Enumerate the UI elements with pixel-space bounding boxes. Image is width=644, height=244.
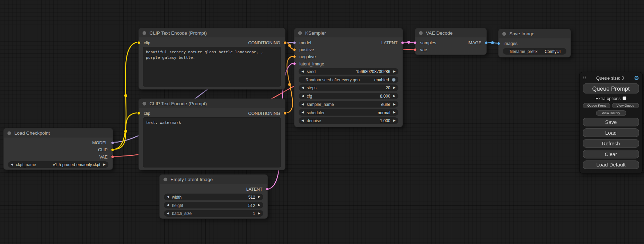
widget-height[interactable]: ◀ height 512 ▶ [164,202,263,208]
widget-name: ckpt_name [16,162,36,167]
collapse-dot[interactable] [502,32,506,36]
extra-options-checkbox[interactable] [623,97,627,100]
input-port-negative[interactable] [293,55,296,58]
node-header[interactable]: CLIP Text Encode (Prompt) [139,99,285,108]
settings-gear-icon[interactable]: ⚙ [634,75,639,81]
refresh-button[interactable]: Refresh [583,139,639,148]
widget-name: steps [307,85,316,90]
node-header[interactable]: KSampler [294,28,403,37]
widget-seed[interactable]: ◀ seed 156680208700286 ▶ [299,68,398,75]
prompt-textarea[interactable]: beautiful scenery nature glass bottle la… [143,47,281,87]
output-port-latent[interactable] [266,187,269,190]
widget-random-seed-toggle[interactable]: Random seed after every gen enabled [299,76,398,83]
collapse-dot[interactable] [164,178,167,181]
decrement-arrow-icon[interactable]: ◀ [167,196,169,199]
collapse-dot[interactable] [419,31,423,35]
node-graph-canvas[interactable]: Load Checkpoint MODEL CLIP VAE ◀ ckpt_na… [0,0,644,244]
increment-arrow-icon[interactable]: ▶ [103,163,106,166]
save-button[interactable]: Save [583,118,639,126]
output-port-conditioning[interactable] [283,111,286,115]
view-queue-button[interactable]: View Queue [612,103,639,108]
collapse-dot[interactable] [142,31,146,35]
node-load-checkpoint[interactable]: Load Checkpoint MODEL CLIP VAE ◀ ckpt_na… [3,128,113,170]
prompt-textarea[interactable]: text, watermark [143,117,281,168]
clear-button[interactable]: Clear [583,150,639,159]
output-port-image[interactable] [485,41,488,44]
node-clip-text-encode-positive[interactable]: CLIP Text Encode (Prompt) clip CONDITION… [139,28,285,90]
input-label-negative: negative [299,54,316,59]
node-header[interactable]: Save Image [499,29,570,38]
decrement-arrow-icon[interactable]: ◀ [301,119,304,122]
increment-arrow-icon[interactable]: ▶ [393,111,396,114]
widget-cfg[interactable]: ◀ cfg 8.000 ▶ [299,93,398,99]
decrement-arrow-icon[interactable]: ◀ [301,70,304,73]
node-clip-text-encode-negative[interactable]: CLIP Text Encode (Prompt) clip CONDITION… [139,99,285,170]
decrement-arrow-icon[interactable]: ◀ [11,163,13,166]
node-save-image[interactable]: Save Image images filename_prefix ComfyU… [498,29,571,57]
input-row-positive: positive [294,46,403,53]
wire-midpoint-clip-negative [124,130,127,133]
output-port-latent[interactable] [401,41,404,44]
output-port-model[interactable] [111,141,114,144]
node-vae-decode[interactable]: VAE Decode samples IMAGE vae [415,28,486,55]
widget-scheduler[interactable]: ◀ scheduler normal ▶ [299,109,398,116]
decrement-arrow-icon[interactable]: ◀ [301,111,304,114]
wire-midpoint-image [491,41,494,44]
output-label-latent: LATENT [246,187,263,191]
node-ksampler[interactable]: KSampler model LATENT positive negative … [294,28,403,127]
input-port-samples[interactable] [414,41,417,44]
comfyui-viewport: Load Checkpoint MODEL CLIP VAE ◀ ckpt_na… [0,0,644,244]
input-port-images[interactable] [497,42,500,45]
increment-arrow-icon[interactable]: ▶ [393,86,396,89]
widget-filename-prefix[interactable]: filename_prefix ComfyUI [503,48,566,55]
drag-handle-icon[interactable]: ⠿ [583,75,586,81]
widget-sampler-name[interactable]: ◀ sampler_name euler ▶ [299,101,398,108]
input-port-model[interactable] [293,41,296,44]
decrement-arrow-icon[interactable]: ◀ [167,212,169,215]
input-port-clip[interactable] [137,41,140,44]
collapse-dot[interactable] [7,131,11,135]
widget-batch-size[interactable]: ◀ batch_size 1 ▶ [164,210,263,217]
node-header[interactable]: VAE Decode [415,28,486,37]
output-port-clip[interactable] [111,148,114,151]
increment-arrow-icon[interactable]: ▶ [258,204,261,207]
input-port-clip[interactable] [137,111,140,115]
widget-value: enabled [374,77,389,82]
widget-steps[interactable]: ◀ steps 20 ▶ [299,84,398,91]
node-header[interactable]: CLIP Text Encode (Prompt) [139,28,285,37]
load-button[interactable]: Load [583,128,639,137]
increment-arrow-icon[interactable]: ▶ [393,119,396,122]
toggle-knob[interactable] [392,78,396,82]
decrement-arrow-icon[interactable]: ◀ [301,86,304,89]
increment-arrow-icon[interactable]: ▶ [393,94,396,98]
increment-arrow-icon[interactable]: ▶ [258,196,261,199]
widget-ckpt-name[interactable]: ◀ ckpt_name v1-5-pruned-emaonly.ckpt ▶ [8,161,108,168]
output-port-conditioning[interactable] [283,41,286,44]
widget-denoise[interactable]: ◀ denoise 1.000 ▶ [299,117,398,124]
collapse-dot[interactable] [142,101,146,105]
widget-value: 512 [248,203,255,207]
input-port-positive[interactable] [293,48,296,51]
increment-arrow-icon[interactable]: ▶ [258,212,261,215]
decrement-arrow-icon[interactable]: ◀ [301,103,304,106]
node-header[interactable]: Empty Latent Image [160,175,267,184]
widget-width[interactable]: ◀ width 512 ▶ [164,194,263,200]
output-port-vae[interactable] [111,155,114,158]
decrement-arrow-icon[interactable]: ◀ [301,94,304,98]
input-port-vae[interactable] [414,48,417,51]
increment-arrow-icon[interactable]: ▶ [393,103,396,106]
node-title-label: CLIP Text Encode (Prompt) [150,101,207,106]
node-empty-latent-image[interactable]: Empty Latent Image LATENT ◀ width 512 ▶ … [159,174,268,219]
load-default-button[interactable]: Load Default [583,161,639,169]
view-history-button[interactable]: View History [596,110,626,116]
node-header[interactable]: Load Checkpoint [4,128,113,137]
increment-arrow-icon[interactable]: ▶ [393,70,396,73]
input-port-latent-image[interactable] [293,62,296,65]
collapse-dot[interactable] [298,31,302,35]
queue-prompt-button[interactable]: Queue Prompt [583,83,639,94]
wire-midpoint-clip-positive [124,94,127,97]
widget-name: Random seed after every gen [306,77,360,82]
decrement-arrow-icon[interactable]: ◀ [167,204,169,207]
input-label-latent-image: latent_image [299,61,324,66]
queue-front-button[interactable]: Queue Front [583,103,610,108]
